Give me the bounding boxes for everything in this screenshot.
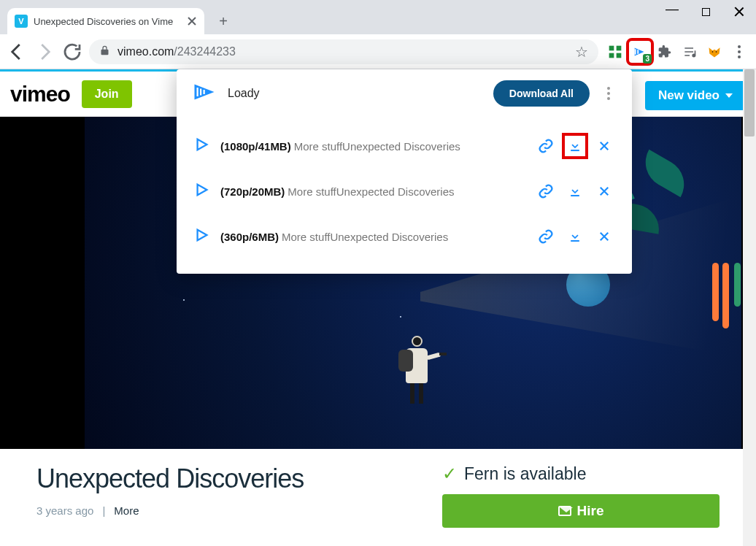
kebab-icon [738, 45, 741, 58]
remove-button[interactable] [594, 226, 614, 247]
window-maximize-button[interactable] [689, 0, 722, 23]
availability-text: Fern is available [464, 464, 586, 484]
page-scrollbar[interactable] [743, 69, 756, 546]
new-tab-button[interactable]: + [213, 11, 234, 31]
download-button[interactable] [565, 226, 585, 247]
play-icon [194, 227, 210, 246]
availability-row: ✓ Fern is available [442, 464, 720, 484]
chrome-menu-button[interactable] [728, 41, 750, 63]
download-button[interactable] [565, 181, 585, 201]
video-age: 3 years ago [36, 504, 93, 517]
bookmark-star-icon[interactable]: ☆ [575, 45, 588, 59]
new-video-label: New video [658, 88, 720, 103]
extension-music-icon[interactable] [679, 41, 701, 63]
popup-title: Loady [228, 87, 260, 100]
join-button[interactable]: Join [82, 80, 132, 108]
loady-logo-icon [191, 79, 217, 108]
window-close-button[interactable] [722, 0, 756, 23]
window-controls: — [655, 0, 756, 23]
quality-row: (1080p/41MB)More stuffUnexpected Discove… [177, 123, 632, 169]
video-illustration [400, 336, 433, 404]
download-button[interactable] [565, 136, 585, 156]
popup-menu-button[interactable] [600, 87, 617, 100]
copy-link-button[interactable] [536, 181, 556, 201]
svg-rect-1 [617, 45, 622, 50]
extension-badge: 3 [643, 54, 652, 64]
row-text: (1080p/41MB)More stuffUnexpected Discove… [220, 140, 525, 153]
row-text: (720p/20MB)More stuffUnexpected Discover… [220, 185, 525, 198]
browser-tab[interactable]: V Unexpected Discoveries on Vime [7, 8, 204, 34]
window-titlebar: V Unexpected Discoveries on Vime + — [0, 0, 756, 34]
svg-rect-12 [571, 150, 579, 151]
extension-grid-icon[interactable] [604, 41, 626, 63]
svg-rect-2 [609, 53, 614, 58]
extension-fox-icon[interactable] [703, 41, 725, 63]
chevron-down-icon [725, 93, 733, 98]
svg-rect-14 [571, 240, 579, 242]
svg-point-7 [712, 51, 714, 53]
scrollbar-thumb[interactable] [744, 69, 755, 136]
vimeo-logo[interactable]: vimeo [10, 82, 70, 107]
new-video-button[interactable]: New video [645, 81, 746, 110]
reload-button[interactable] [61, 41, 83, 63]
address-bar[interactable]: vimeo.com/243244233 ☆ [89, 39, 598, 64]
tab-close-icon[interactable] [187, 16, 197, 26]
copy-link-button[interactable] [536, 226, 556, 247]
download-all-button[interactable]: Download All [493, 80, 590, 107]
extension-loady-icon[interactable]: 3 [629, 41, 651, 63]
play-icon [194, 136, 210, 155]
quality-row: (360p/6MB)More stuffUnexpected Discoveri… [177, 214, 632, 259]
extensions-puzzle-icon[interactable] [654, 41, 676, 63]
svg-point-8 [716, 51, 717, 53]
video-meta: 3 years ago | More [36, 504, 428, 517]
popup-header: Loady Download All [177, 69, 632, 118]
hire-button[interactable]: Hire [442, 494, 720, 528]
browser-toolbar: vimeo.com/243244233 ☆ 3 [0, 34, 756, 69]
mail-icon [558, 506, 571, 516]
svg-rect-9 [197, 88, 198, 96]
svg-rect-5 [637, 50, 639, 54]
popup-list: (1080p/41MB)More stuffUnexpected Discove… [177, 118, 632, 274]
svg-rect-10 [200, 89, 201, 96]
hire-label: Hire [577, 503, 604, 519]
play-icon [194, 182, 210, 201]
below-video: Unexpected Discoveries 3 years ago | Mor… [0, 449, 756, 546]
svg-rect-11 [204, 90, 205, 94]
forward-button[interactable] [34, 41, 55, 63]
check-icon: ✓ [442, 464, 457, 484]
more-link[interactable]: More [114, 504, 139, 517]
vimeo-favicon-icon: V [15, 15, 28, 28]
row-text: (360p/6MB)More stuffUnexpected Discoveri… [220, 231, 525, 243]
tab-title: Unexpected Discoveries on Vime [34, 16, 181, 27]
svg-rect-4 [635, 49, 636, 54]
loady-popup: Loady Download All (1080p/41MB)More stuf… [177, 69, 632, 274]
tabs-row: V Unexpected Discoveries on Vime + [0, 8, 234, 34]
lock-icon [99, 45, 110, 59]
svg-rect-13 [571, 195, 579, 196]
svg-rect-3 [617, 53, 622, 58]
remove-button[interactable] [594, 136, 614, 156]
window-minimize-button[interactable]: — [655, 0, 689, 23]
svg-rect-0 [609, 45, 614, 50]
back-button[interactable] [6, 41, 28, 63]
extension-icons: 3 [604, 41, 750, 63]
url-text: vimeo.com/243244233 [117, 45, 236, 58]
quality-row: (720p/20MB)More stuffUnexpected Discover… [177, 169, 632, 214]
copy-link-button[interactable] [536, 136, 556, 156]
remove-button[interactable] [594, 181, 614, 201]
video-title: Unexpected Discoveries [36, 464, 428, 494]
